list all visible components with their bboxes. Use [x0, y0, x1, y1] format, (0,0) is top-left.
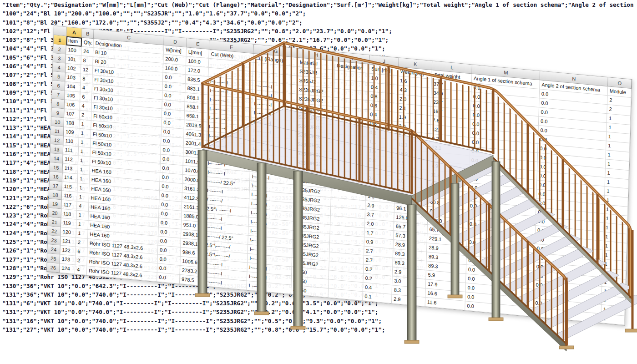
cell-B19[interactable]: 4: [77, 202, 89, 212]
base-plate: [404, 340, 419, 344]
row-header-6[interactable]: 6: [52, 81, 65, 91]
cell-B11[interactable]: 1: [79, 129, 91, 139]
column-header-B[interactable]: B: [82, 29, 94, 39]
app-root: { "csv": { "lines": [ "\"Item\";\"Qty.\"…: [0, 0, 637, 364]
row-header-19[interactable]: 19: [49, 199, 61, 209]
cell-B20[interactable]: 1: [76, 211, 88, 221]
cell-B8[interactable]: 4: [80, 101, 91, 111]
base-plate: [559, 346, 574, 349]
cell-B14[interactable]: 1: [78, 156, 90, 166]
row-header-9[interactable]: 9: [51, 108, 64, 118]
row-header-1[interactable]: 1: [54, 35, 66, 46]
row-header-7[interactable]: 7: [52, 90, 65, 100]
row-header-11[interactable]: 11: [51, 126, 64, 136]
cell-B26[interactable]: 4: [75, 265, 87, 275]
row-header-2[interactable]: 2: [53, 44, 66, 55]
row-header-15[interactable]: 15: [50, 162, 63, 173]
cell-B18[interactable]: 1: [77, 192, 89, 202]
cell-B15[interactable]: 1: [78, 165, 90, 175]
cell-B16[interactable]: 1: [78, 174, 90, 184]
cell-B2[interactable]: 24: [81, 47, 93, 57]
cell-B24[interactable]: 6: [76, 247, 87, 257]
row-header-21[interactable]: 21: [48, 217, 61, 228]
csv-line: "Item";"Qty.";"Designation";"W[mm]";"L[m…: [2, 0, 637, 9]
cell-B5[interactable]: 8: [81, 74, 92, 84]
row-header-23[interactable]: 23: [48, 235, 61, 246]
cell-B13[interactable]: 1: [78, 147, 90, 157]
cell-D26[interactable]: 0.0: [157, 273, 180, 284]
csv-line: "101";"8";"Bl 20";"160.0";"172.0";"";"";…: [2, 18, 637, 27]
row-header-8[interactable]: 8: [52, 99, 65, 109]
cell-B25[interactable]: 2: [75, 256, 87, 266]
row-header-18[interactable]: 18: [49, 190, 62, 200]
cell-B9[interactable]: 2: [80, 111, 91, 121]
cell-B23[interactable]: 2: [76, 238, 88, 248]
cell-E26[interactable]: 978.5: [180, 275, 202, 286]
cell-B6[interactable]: 4: [81, 83, 92, 93]
csv-line: "100";"24";"Bl 10";"200.0";"100.0";"";""…: [2, 9, 637, 18]
row-header-12[interactable]: 12: [51, 135, 63, 146]
row-header-4[interactable]: 4: [53, 62, 66, 73]
row-header-20[interactable]: 20: [49, 208, 61, 218]
cell-B22[interactable]: 1: [76, 229, 88, 239]
cell-B7[interactable]: 6: [80, 92, 92, 102]
row-header-16[interactable]: 16: [50, 172, 62, 182]
cell-B17[interactable]: 1: [77, 183, 89, 193]
row-header-22[interactable]: 22: [48, 226, 61, 237]
row-header-10[interactable]: 10: [51, 117, 64, 127]
row-header-25[interactable]: 25: [47, 253, 60, 264]
row-header-14[interactable]: 14: [50, 153, 63, 164]
row-header-17[interactable]: 17: [49, 181, 62, 191]
cell-B12[interactable]: 1: [79, 138, 91, 148]
select-all-corner[interactable]: [54, 26, 66, 36]
cell-B4[interactable]: 12: [81, 65, 93, 75]
cell-B3[interactable]: 8: [81, 56, 93, 66]
cell-O26[interactable]: 1: [601, 314, 625, 325]
row-header-24[interactable]: 24: [47, 244, 60, 255]
row-header-5[interactable]: 5: [52, 71, 65, 82]
cell-B1[interactable]: Qty.: [82, 38, 94, 48]
row-header-13[interactable]: 13: [51, 144, 63, 155]
csv-line: "131";"27";"VKT 10";"0.0";"740.0";"I----…: [2, 325, 637, 334]
row-header-3[interactable]: 3: [53, 53, 66, 64]
cell-B21[interactable]: 1: [76, 220, 88, 230]
row-header-26[interactable]: 26: [47, 263, 60, 273]
cell-A26[interactable]: 124: [60, 263, 75, 274]
cell-B10[interactable]: 1: [79, 120, 91, 130]
